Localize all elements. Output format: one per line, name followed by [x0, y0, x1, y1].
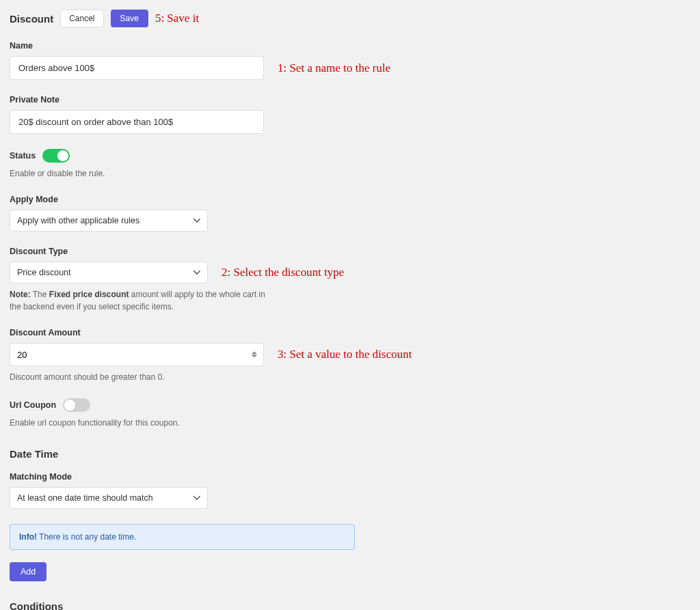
page-title: Discount [10, 13, 53, 25]
spinner-down-icon[interactable] [252, 355, 257, 358]
discount-amount-input[interactable] [10, 343, 264, 366]
url-coupon-help: Enable url coupon functionality for this… [10, 417, 690, 429]
field-url-coupon: Url Coupon Enable url coupon functionali… [10, 398, 690, 429]
annotation-3: 3: Set a value to the discount [278, 348, 412, 361]
save-button[interactable]: Save [111, 10, 148, 27]
field-discount-amount: Discount Amount 3: Set a value to the di… [10, 328, 690, 383]
datetime-info-box: Info! There is not any date time. [10, 524, 355, 550]
section-conditions-title: Conditions [10, 600, 690, 610]
discount-type-select[interactable]: Price discount [10, 262, 208, 283]
annotation-2: 2: Select the discount type [221, 266, 344, 279]
cancel-button[interactable]: Cancel [60, 10, 103, 27]
apply-mode-label: Apply Mode [10, 195, 690, 204]
status-help: Enable or disable the rule. [10, 167, 690, 180]
status-label: Status [10, 151, 36, 161]
url-coupon-toggle[interactable] [63, 398, 90, 412]
field-apply-mode: Apply Mode Apply with other applicable r… [10, 195, 690, 232]
private-note-input[interactable] [10, 110, 264, 134]
field-status: Status Enable or disable the rule. [10, 149, 690, 180]
number-spinner[interactable] [252, 352, 260, 358]
name-label: Name [10, 41, 690, 51]
field-private-note: Private Note [10, 95, 690, 134]
name-input[interactable] [10, 56, 264, 80]
field-name: Name 1: Set a name to the rule [10, 41, 690, 80]
status-toggle[interactable] [42, 149, 70, 163]
annotation-1: 1: Set a name to the rule [278, 61, 390, 75]
discount-type-label: Discount Type [10, 247, 690, 256]
annotation-5: 5: Save it [155, 12, 199, 25]
toggle-knob [64, 400, 75, 411]
apply-mode-select[interactable]: Apply with other applicable rules [10, 210, 208, 232]
toggle-knob [57, 150, 68, 161]
url-coupon-label: Url Coupon [10, 400, 56, 410]
field-datetime-matching-mode: Matching Mode At least one date time sho… [10, 472, 690, 509]
discount-amount-help: Discount amount should be greater than 0… [10, 371, 690, 383]
datetime-matching-label: Matching Mode [10, 472, 690, 482]
discount-type-note: Note: The Fixed price discount amount wi… [10, 288, 269, 313]
field-discount-type: Discount Type Price discount 2: Select t… [10, 247, 690, 313]
page-header: Discount Cancel Save 5: Save it [10, 10, 690, 27]
section-datetime-title: Date Time [10, 448, 690, 460]
add-datetime-button[interactable]: Add [10, 562, 46, 581]
spinner-up-icon[interactable] [252, 352, 257, 355]
private-note-label: Private Note [10, 95, 690, 105]
discount-amount-label: Discount Amount [10, 328, 690, 337]
datetime-matching-select[interactable]: At least one date time should match [10, 487, 208, 509]
